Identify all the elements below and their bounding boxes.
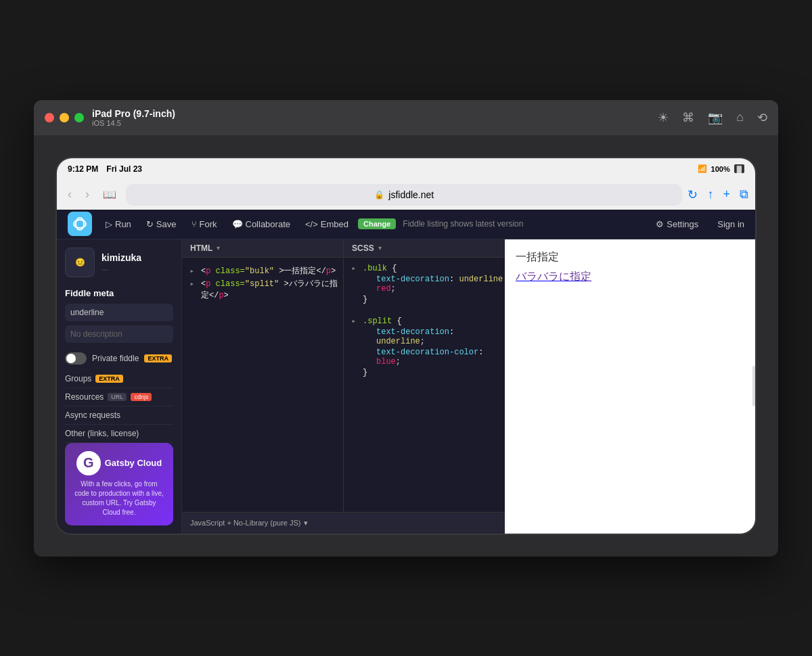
- async-label: Async requests: [65, 411, 120, 420]
- share-button[interactable]: ↑: [707, 187, 713, 202]
- other-section[interactable]: Other (links, license): [65, 425, 173, 443]
- groups-label: Groups: [65, 374, 91, 383]
- embed-icon: </>: [305, 219, 318, 229]
- run-icon: ▷: [106, 219, 112, 229]
- settings-icon: ⚙: [656, 219, 664, 229]
- signin-button[interactable]: Sign in: [717, 219, 744, 229]
- resources-label: Resources: [65, 392, 104, 402]
- window-title: iPad Pro (9.7-inch): [92, 108, 175, 119]
- fiddle-name-field[interactable]: underline: [65, 304, 173, 321]
- user-name: kimizuka: [102, 252, 141, 263]
- result-text-split: バラバラに指定: [516, 270, 744, 284]
- command-icon[interactable]: ⌘: [682, 110, 694, 125]
- async-section[interactable]: Async requests: [65, 406, 173, 425]
- html-line-2: ▸ <p class="bulk" >一括指定</p>: [182, 264, 343, 277]
- maximize-button[interactable]: [74, 113, 84, 122]
- html-code-content[interactable]: ▸ <p class="bulk" >一括指定</p> ▸: [182, 258, 343, 512]
- run-label: Run: [115, 219, 131, 229]
- ipad-wrapper: 9:12 PM Fri Jul 23 📶 100% ▓ ‹ › 📖 🔒: [34, 135, 778, 557]
- brightness-icon[interactable]: ☀: [658, 110, 669, 125]
- user-card: 😐 kimizuka ...: [65, 248, 173, 277]
- sidebar: 😐 kimizuka ... Fiddle meta underline No …: [57, 239, 182, 534]
- avatar-placeholder: 😐: [75, 258, 85, 267]
- fiddle-meta-title: Fiddle meta: [65, 288, 173, 298]
- close-button[interactable]: [45, 113, 54, 122]
- scss-panel: SCSS ▾ ▸ .bulk {: [344, 239, 505, 512]
- ad-logo-area: G Gatsby Cloud: [73, 451, 165, 475]
- cdnjs-badge: cdnjs: [131, 393, 152, 401]
- scss-line-1: ▸ .bulk {: [344, 263, 505, 274]
- forward-button[interactable]: ›: [81, 185, 93, 204]
- description-field[interactable]: No description: [65, 325, 173, 343]
- embed-label: Embed: [321, 219, 348, 229]
- ad-description: With a few clicks, go from code to produ…: [73, 479, 165, 517]
- browser-chrome: ‹ › 📖 🔒 jsfiddle.net ↻ ↑ + ⧉: [57, 180, 755, 210]
- user-avatar: 😐: [65, 248, 95, 277]
- back-button[interactable]: ‹: [64, 185, 76, 204]
- rotate-icon[interactable]: ⟲: [757, 110, 767, 125]
- result-content: 一括指定 バラバラに指定: [505, 239, 755, 534]
- bookmarks-button[interactable]: 📖: [99, 185, 120, 204]
- save-button[interactable]: ↻ Save: [141, 216, 182, 232]
- tabs-button[interactable]: ⧉: [740, 187, 748, 202]
- embed-button[interactable]: </> Embed: [300, 216, 354, 232]
- ipad-frame: 9:12 PM Fri Jul 23 📶 100% ▓ ‹ › 📖 🔒: [55, 157, 757, 535]
- code-area: HTML ▾ ▸: [182, 239, 505, 534]
- jsfiddle-app: ▷ Run ↻ Save ⑂ Fork 💬 Collaborate: [57, 210, 755, 534]
- run-button[interactable]: ▷ Run: [100, 216, 137, 232]
- html-title: HTML: [190, 243, 212, 253]
- url-text: jsfiddle.net: [388, 189, 434, 200]
- status-date: Fri Jul 23: [106, 164, 142, 174]
- gatsby-g-letter: G: [83, 455, 94, 471]
- browser-toolbar: ‹ › 📖 🔒 jsfiddle.net ↻ ↑ + ⧉: [57, 180, 755, 210]
- scss-arrow: ▾: [378, 244, 382, 252]
- window-subtitle: iOS 14.5: [92, 119, 121, 127]
- result-text-bulk: 一括指定: [516, 250, 744, 264]
- scss-code-content[interactable]: ▸ .bulk { text-decoration:: [344, 258, 505, 512]
- html-panel-header: HTML ▾: [182, 239, 343, 258]
- new-tab-button[interactable]: +: [723, 187, 730, 202]
- js-bottom-bar[interactable]: JavaScript + No-Library (pure JS) ▾: [182, 512, 505, 534]
- fork-button[interactable]: ⑂ Fork: [186, 216, 223, 232]
- desktop-window: iPad Pro (9.7-inch) iOS 14.5 ☀ ⌘ 📷 ⌂ ⟲ 9…: [34, 100, 778, 557]
- status-right: 📶 100% ▓: [698, 164, 744, 173]
- settings-label: Settings: [667, 219, 698, 229]
- line-num-2: ▸: [182, 266, 201, 275]
- gatsby-ad[interactable]: G Gatsby Cloud With a few clicks, go fro…: [65, 443, 173, 525]
- window-title-info: iPad Pro (9.7-inch) iOS 14.5: [92, 108, 175, 127]
- home-icon[interactable]: ⌂: [736, 110, 744, 124]
- url-badge: URL: [108, 393, 127, 401]
- js-label: JavaScript + No-Library (pure JS): [190, 519, 301, 527]
- window-controls: [45, 113, 84, 122]
- minimize-button[interactable]: [60, 113, 69, 122]
- screenshot-icon[interactable]: 📷: [708, 110, 723, 125]
- ios-statusbar: 9:12 PM Fri Jul 23 📶 100% ▓: [57, 158, 755, 180]
- jsfiddle-logo: [68, 212, 92, 236]
- groups-section[interactable]: Groups EXTRA: [65, 370, 173, 388]
- scss-panel-header: SCSS ▾: [344, 239, 505, 258]
- resources-section[interactable]: Resources URL cdnjs: [65, 388, 173, 406]
- private-toggle[interactable]: [65, 352, 87, 365]
- jsfiddle-navbar: ▷ Run ↻ Save ⑂ Fork 💬 Collaborate: [57, 210, 755, 239]
- line-num-3: ▸: [182, 279, 201, 288]
- status-time: 9:12 PM: [68, 164, 98, 174]
- version-text: Fiddle listing shows latest version: [403, 219, 523, 229]
- collaborate-label: Collaborate: [246, 219, 291, 229]
- window-controls-area: iPad Pro (9.7-inch) iOS 14.5: [45, 108, 175, 127]
- save-icon: ↻: [146, 219, 154, 229]
- private-extra-badge: EXTRA: [144, 354, 172, 362]
- jsfiddle-main: 😐 kimizuka ... Fiddle meta underline No …: [57, 239, 755, 534]
- gatsby-brand: Gatsby Cloud: [105, 458, 162, 468]
- collaborate-button[interactable]: 💬 Collaborate: [227, 216, 296, 232]
- reload-button[interactable]: ↻: [687, 187, 698, 202]
- settings-button[interactable]: ⚙ Settings: [656, 219, 698, 229]
- scrollbar[interactable]: [752, 366, 755, 406]
- status-left: 9:12 PM Fri Jul 23: [68, 164, 142, 174]
- window-titlebar: iPad Pro (9.7-inch) iOS 14.5 ☀ ⌘ 📷 ⌂ ⟲: [34, 100, 778, 135]
- user-info: kimizuka ...: [102, 252, 141, 273]
- address-bar[interactable]: 🔒 jsfiddle.net: [126, 184, 682, 206]
- change-badge: Change: [358, 218, 396, 229]
- js-arrow: ▾: [304, 519, 308, 528]
- collaborate-icon: 💬: [232, 219, 243, 229]
- html-line-3: ▸ <p class="split" >バラバラに指定</p>: [182, 277, 343, 302]
